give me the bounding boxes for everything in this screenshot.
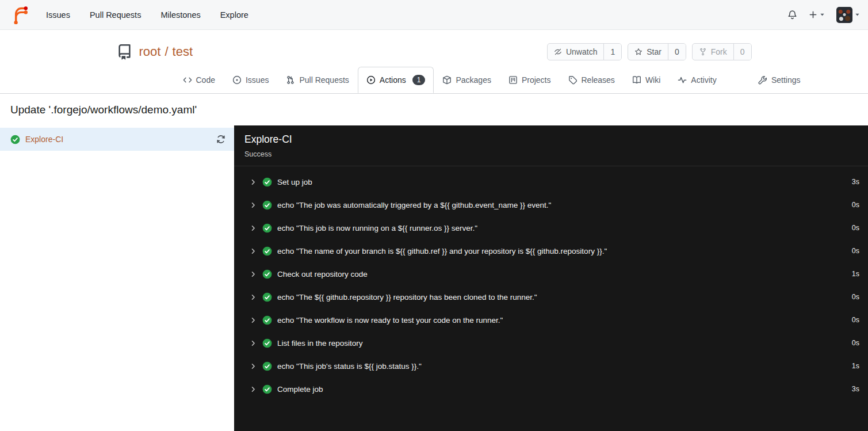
step-name: Complete job: [277, 385, 323, 394]
user-menu[interactable]: [836, 7, 860, 23]
step-duration: 3s: [852, 178, 859, 186]
issue-circle-icon: [232, 75, 242, 85]
chevron-right-icon[interactable]: [250, 178, 257, 186]
star-label: Star: [647, 47, 661, 56]
step-row[interactable]: echo "The name of your branch is ${{ git…: [234, 239, 868, 262]
fork-icon: [699, 48, 707, 56]
forks-count[interactable]: 0: [733, 44, 751, 60]
fork-button-group: Fork 0: [692, 43, 752, 60]
step-row[interactable]: Check out repository code 1s: [234, 262, 868, 285]
forgejo-logo[interactable]: [10, 5, 29, 24]
tab-actions[interactable]: Actions 1: [358, 67, 434, 93]
tab-wiki[interactable]: Wiki: [624, 67, 669, 93]
plus-icon: [809, 10, 817, 19]
tab-label: Actions: [380, 75, 406, 85]
tab-packages[interactable]: Packages: [434, 67, 499, 93]
chevron-right-icon[interactable]: [250, 293, 257, 301]
chevron-right-icon[interactable]: [250, 340, 257, 347]
play-circle-icon: [366, 75, 376, 85]
nav-issues[interactable]: Issues: [36, 0, 80, 29]
step-name: List files in the repository: [277, 339, 363, 348]
chevron-right-icon[interactable]: [250, 224, 257, 232]
repo-header: root / test Unwatch 1: [0, 30, 868, 94]
check-circle-icon: [262, 315, 272, 325]
check-circle-icon: [262, 338, 272, 348]
step-row[interactable]: echo "This job's status is ${{ job.statu…: [234, 354, 868, 377]
chevron-right-icon[interactable]: [250, 201, 257, 209]
step-name: echo "The workflow is now ready to test …: [277, 316, 503, 325]
project-board-icon: [508, 75, 518, 85]
check-circle-icon: [262, 246, 272, 256]
tab-pull-requests[interactable]: Pull Requests: [277, 67, 357, 93]
nav-pull-requests[interactable]: Pull Requests: [80, 0, 151, 29]
chevron-right-icon[interactable]: [250, 316, 257, 324]
tab-label: Code: [196, 75, 215, 85]
step-duration: 0s: [852, 247, 859, 255]
repo-title: root / test: [139, 44, 193, 59]
tab-label: Issues: [246, 75, 269, 85]
repo-separator: /: [165, 44, 168, 59]
step-row[interactable]: Complete job 3s: [234, 377, 868, 401]
job-item-explore-ci[interactable]: Explore-CI: [0, 128, 234, 151]
pull-request-icon: [286, 75, 295, 85]
navbar-right: [787, 7, 860, 23]
step-row[interactable]: echo "The job was automatically triggere…: [234, 193, 868, 216]
step-row[interactable]: Set up job 3s: [234, 170, 868, 193]
sync-icon: [216, 135, 225, 144]
fork-label: Fork: [711, 47, 727, 56]
step-duration: 1s: [852, 362, 859, 370]
tag-icon: [568, 75, 578, 85]
stars-count[interactable]: 0: [668, 44, 686, 60]
tab-releases[interactable]: Releases: [560, 67, 624, 93]
tab-label: Releases: [582, 75, 615, 85]
tab-settings[interactable]: Settings: [750, 67, 809, 93]
workflow-run-layout: Explore-CI Explore-CI Success Set up job…: [0, 125, 868, 431]
repo-owner-link[interactable]: root: [139, 44, 161, 59]
unwatch-button[interactable]: Unwatch: [548, 44, 603, 60]
nav-explore[interactable]: Explore: [211, 0, 258, 29]
job-label: Explore-CI: [25, 135, 63, 144]
pulse-icon: [678, 75, 687, 85]
tab-issues[interactable]: Issues: [224, 67, 277, 93]
step-name: echo "The job was automatically triggere…: [277, 201, 551, 209]
repo-book-icon: [117, 44, 132, 60]
unwatch-button-group: Unwatch 1: [547, 43, 622, 60]
book-open-icon: [632, 75, 641, 85]
watchers-count[interactable]: 1: [603, 44, 621, 60]
create-new-button[interactable]: [809, 10, 825, 19]
step-duration: 0s: [852, 339, 859, 347]
tabs-bar: Code Issues Pull Requests: [0, 67, 868, 94]
chevron-right-icon[interactable]: [250, 363, 257, 370]
jobs-sidebar: Explore-CI: [0, 125, 234, 431]
fork-button[interactable]: Fork: [693, 44, 733, 60]
step-duration: 0s: [852, 316, 859, 324]
eye-slash-icon: [554, 48, 562, 56]
rerun-job-button[interactable]: [216, 135, 225, 144]
step-name: echo "The ${{ github.repository }} repos…: [277, 293, 537, 302]
chevron-right-icon[interactable]: [250, 270, 257, 278]
star-button-group: Star 0: [628, 43, 686, 60]
run-panel: Explore-CI Success Set up job 3s echo "T…: [234, 125, 868, 431]
tab-label: Settings: [771, 75, 801, 85]
star-button[interactable]: Star: [628, 44, 668, 60]
check-circle-icon: [262, 223, 272, 233]
step-row[interactable]: echo "The ${{ github.repository }} repos…: [234, 285, 868, 308]
notifications-button[interactable]: [787, 10, 797, 20]
tab-activity[interactable]: Activity: [669, 67, 725, 93]
step-row[interactable]: echo "The workflow is now ready to test …: [234, 308, 868, 331]
chevron-right-icon[interactable]: [250, 386, 257, 393]
check-circle-icon: [262, 177, 272, 187]
step-row[interactable]: echo "This job is now running on a ${{ r…: [234, 216, 868, 239]
step-name: echo "This job is now running on a ${{ r…: [277, 224, 477, 232]
forgejo-logo-icon: [10, 5, 29, 24]
tab-label: Projects: [522, 75, 551, 85]
tab-projects[interactable]: Projects: [500, 67, 560, 93]
step-row[interactable]: List files in the repository 0s: [234, 331, 868, 354]
run-status: Success: [244, 150, 859, 158]
chevron-right-icon[interactable]: [250, 247, 257, 255]
repo-name-link[interactable]: test: [173, 44, 193, 59]
tab-code[interactable]: Code: [174, 67, 224, 93]
step-name: echo "This job's status is ${{ job.statu…: [277, 362, 422, 371]
nav-milestones[interactable]: Milestones: [151, 0, 210, 29]
page-title: Update '.forgejo/workflows/demo.yaml': [0, 94, 868, 125]
